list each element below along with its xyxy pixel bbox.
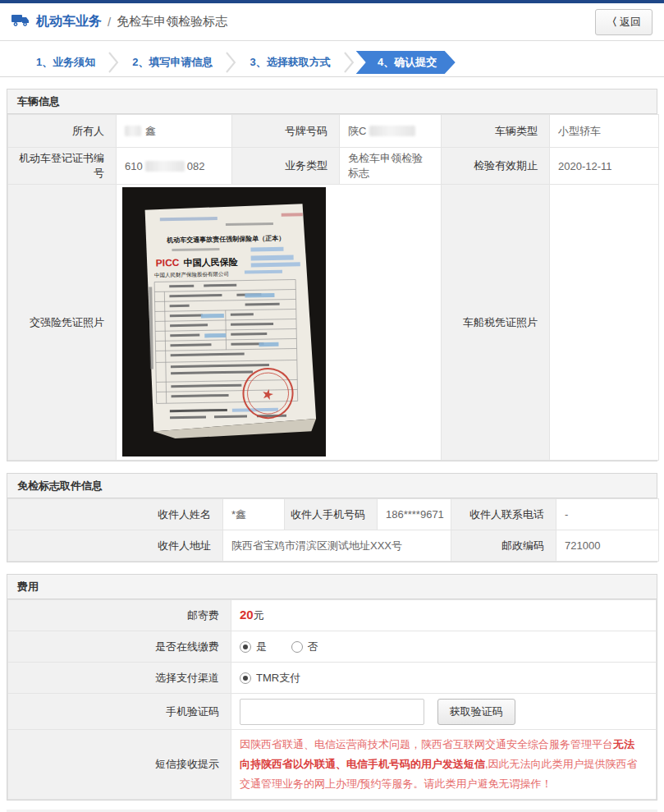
cert-number-value: 610082 [117,148,232,185]
pickup-info-table: 收件人姓名 *鑫 收件人手机号码 186****9671 收件人联系电话 - 收… [7,498,659,562]
tab-step-4-active[interactable]: 4、确认提交 [356,51,456,74]
fees-title: 费用 [7,575,657,599]
page-header: 机动车业务 / 免检车申领检验标志 〈返回 [0,3,664,41]
payment-channel-options: TMR支付 [231,663,657,694]
vehicle-info-title: 车辆信息 [7,89,657,114]
back-button-label: 返回 [620,16,641,28]
fees-table: 邮寄费 20元 是否在线缴费 是 否 选择支付渠道 TMR支付 手机验证码 获取… [7,599,657,800]
recipient-name-value: *鑫 [223,499,285,530]
recipient-address-label: 收件人地址 [8,530,223,562]
table-row: 是否在线缴费 是 否 [8,631,657,663]
table-row: 短信接收提示 因陕西省联通、电信运营商技术问题，陕西省互联网交通安全综合服务管理… [8,730,657,800]
insurance-photo-label: 交强险凭证照片 [8,185,117,461]
business-type-value: 免检车申领检验标志 [340,148,442,185]
vehicle-info-panel: 车辆信息 所有人 鑫 号牌号码 陕C 车辆类型 小型轿车 机动车登记证书编号 6… [7,89,657,461]
table-row: 收件人地址 陕西省宝鸡市渭滨区测试地址XXX号 邮政编码 721000 [8,530,659,562]
sms-code-input[interactable] [240,699,424,725]
tab-step-2[interactable]: 2、填写申请信息 [132,55,213,70]
redaction-blur [145,161,185,172]
truck-icon [11,14,30,30]
page-subtitle: 免检车申领检验标志 [117,14,227,30]
table-row: 邮寄费 20元 [8,600,657,631]
zip-code-value: 721000 [556,530,659,562]
table-row: 所有人 鑫 号牌号码 陕C 车辆类型 小型轿车 [8,115,659,148]
recipient-address-value: 陕西省宝鸡市渭滨区测试地址XXX号 [223,530,451,562]
business-type-label: 业务类型 [232,148,340,185]
recipient-mobile-label: 收件人手机号码 [285,499,378,530]
pickup-info-panel: 免检标志取件信息 收件人姓名 *鑫 收件人手机号码 186****9671 收件… [7,473,657,562]
payment-channel-label: 选择支付渠道 [8,663,231,694]
recipient-name-label: 收件人姓名 [8,499,223,530]
back-button[interactable]: 〈返回 [595,9,653,35]
chevron-separator-icon [344,52,355,73]
sms-tip-text: 因陕西省联通、电信运营商技术问题，陕西省互联网交通安全综合服务管理平台无法向持陕… [240,733,648,796]
svg-text:PICC: PICC [156,257,180,269]
sms-tip-label: 短信接收提示 [8,730,231,800]
valid-until-value: 2020-12-11 [550,148,659,185]
sms-code-label: 手机验证码 [8,694,231,730]
online-payment-options: 是 否 [231,631,657,663]
postage-amount: 20 [240,608,254,622]
recipient-phone-label: 收件人联系电话 [451,499,556,530]
vehicle-type-value: 小型轿车 [550,115,659,148]
postage-value: 20元 [231,600,657,631]
pickup-info-title: 免检标志取件信息 [7,474,657,498]
fees-panel: 费用 邮寄费 20元 是否在线缴费 是 否 选择支付渠道 TMR支付 手机验证码 [7,574,657,801]
tax-photo-cell-empty [550,185,659,461]
insurance-photo-cell: 机动车交通事故责任强制保险单（正本） PICC 中国人民保险 中国人民财产保险股… [117,185,442,461]
plate-value: 陕C [340,115,442,148]
recipient-phone-value: - [556,499,659,530]
redaction-blur [369,126,415,136]
vehicle-type-label: 车辆类型 [442,115,550,148]
radio-online-no-label: 否 [308,640,318,653]
table-row: 机动车登记证书编号 610082 业务类型 免检车申领检验标志 检验有效期止 2… [8,148,659,185]
radio-online-yes-label: 是 [256,640,267,653]
radio-tmr-pay-label: TMR支付 [256,672,300,684]
table-row: 交强险凭证照片 机动车交通事故责任强制保险单（正本） [8,185,659,461]
table-row: 手机验证码 获取验证码 [8,694,657,730]
plate-label: 号牌号码 [232,115,340,148]
sms-tip-cell: 因陕西省联通、电信运营商技术问题，陕西省互联网交通安全综合服务管理平台无法向持陕… [231,730,657,800]
step-tabs: 1、业务须知 2、填写申请信息 3、选择获取方式 4、确认提交 [0,48,664,77]
postage-unit: 元 [254,609,264,622]
tab-step-3[interactable]: 3、选择获取方式 [250,55,330,70]
get-code-button[interactable]: 获取验证码 [437,699,515,725]
valid-until-label: 检验有效期止 [442,148,550,185]
recipient-mobile-value: 186****9671 [378,499,451,530]
back-chevron-icon: 〈 [607,16,617,28]
zip-code-label: 邮政编码 [451,530,556,562]
insurance-photo: 机动车交通事故责任强制保险单（正本） PICC 中国人民保险 中国人民财产保险股… [122,187,326,456]
breadcrumb-separator: / [108,15,111,29]
cert-number-label: 机动车登记证书编号 [8,148,117,185]
svg-text:中国人民保险: 中国人民保险 [184,257,238,268]
page-title: 机动车业务 [36,13,102,30]
redaction-blur [125,126,141,136]
radio-tmr-pay[interactable] [240,672,251,684]
tax-photo-label: 车船税凭证照片 [442,185,550,461]
table-row: 收件人姓名 *鑫 收件人手机号码 186****9671 收件人联系电话 - [8,499,659,530]
chevron-separator-icon [226,52,236,73]
online-payment-label: 是否在线缴费 [8,631,231,663]
postage-label: 邮寄费 [8,600,231,631]
sms-code-cell: 获取验证码 [231,694,657,730]
table-row: 选择支付渠道 TMR支付 [8,663,657,694]
radio-online-no[interactable] [291,641,303,653]
tab-step-1[interactable]: 1、业务须知 [36,55,95,70]
vehicle-info-table: 所有人 鑫 号牌号码 陕C 车辆类型 小型轿车 机动车登记证书编号 610082… [7,114,659,461]
owner-value: 鑫 [117,115,232,148]
chevron-separator-icon [108,52,119,73]
owner-label: 所有人 [8,115,117,148]
radio-online-yes[interactable] [240,641,251,653]
